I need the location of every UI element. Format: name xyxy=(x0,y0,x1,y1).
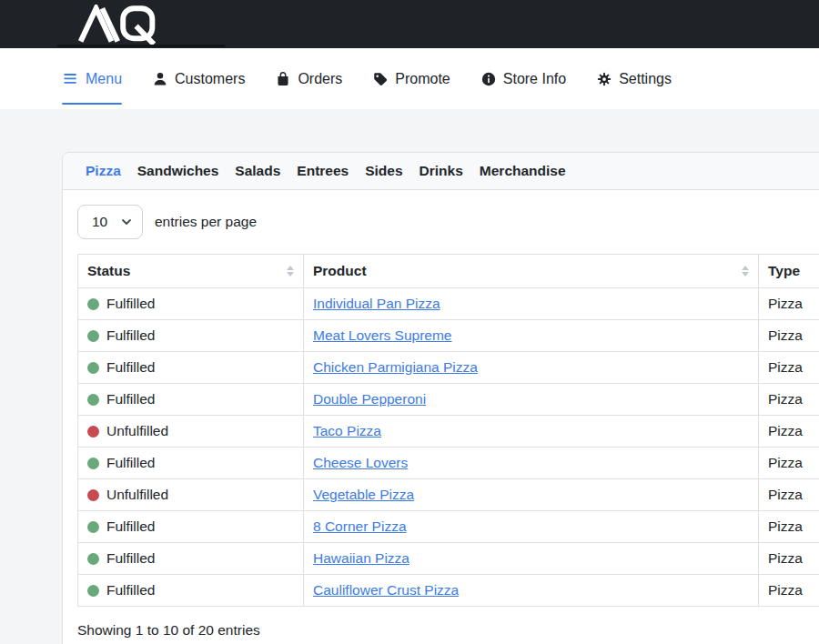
product-link[interactable]: Individual Pan Pizza xyxy=(313,296,440,311)
tab-sides[interactable]: Sides xyxy=(357,163,410,179)
nav-item-store-info[interactable]: Store Info xyxy=(480,48,566,109)
product-type: Pizza xyxy=(768,423,803,438)
table-row: Fulfilled 8 Corner Pizza Pizza xyxy=(78,511,819,543)
sort-arrows-icon xyxy=(742,266,749,277)
product-link[interactable]: Taco Pizza xyxy=(313,423,381,438)
status-label: Fulfilled xyxy=(106,359,155,376)
column-header-status[interactable]: Status xyxy=(78,255,304,288)
status-cell: Fulfilled xyxy=(78,511,304,543)
tab-sandwiches[interactable]: Sandwiches xyxy=(129,163,228,179)
nav-item-settings[interactable]: Settings xyxy=(596,48,672,109)
status-dot xyxy=(87,362,99,374)
tab-merchandise[interactable]: Merchandise xyxy=(471,163,574,179)
table-row: Fulfilled Individual Pan Pizza Pizza xyxy=(78,288,819,320)
table-header-row: Status Product Type xyxy=(78,255,819,288)
status-label: Fulfilled xyxy=(106,582,155,599)
product-link[interactable]: Double Pepperoni xyxy=(313,391,426,407)
type-cell: Pizza xyxy=(759,448,819,479)
entries-per-page-select[interactable]: 10 xyxy=(77,205,143,239)
brand-logo[interactable] xyxy=(62,5,171,45)
product-cell: Cheese Lovers xyxy=(304,448,759,479)
tab-pizza[interactable]: Pizza xyxy=(77,163,129,179)
nav-item-customers[interactable]: Customers xyxy=(152,48,245,109)
table-row: Fulfilled Hawaiian Pizza Pizza xyxy=(78,543,819,575)
nav-item-promote[interactable]: Promote xyxy=(372,48,450,109)
status-label: Fulfilled xyxy=(106,296,155,312)
nav-item-label: Orders xyxy=(298,71,342,87)
table-row: Fulfilled Cheese Lovers Pizza xyxy=(78,448,819,479)
product-cell: Meat Lovers Supreme xyxy=(304,320,759,352)
logo-underline xyxy=(57,45,225,47)
product-link[interactable]: Cauliflower Crust Pizza xyxy=(313,582,459,598)
entries-per-page-value: 10 xyxy=(92,214,107,230)
status-cell: Fulfilled xyxy=(78,288,304,320)
table-row: Fulfilled Double Pepperoni Pizza xyxy=(78,384,819,416)
type-cell: Pizza xyxy=(759,416,819,448)
tab-label: Drinks xyxy=(420,163,463,178)
table-row: Fulfilled Meat Lovers Supreme Pizza xyxy=(78,320,819,352)
aiq-logo-icon xyxy=(62,5,171,45)
product-link[interactable]: 8 Corner Pizza xyxy=(313,518,407,534)
status-dot xyxy=(87,585,99,597)
product-link[interactable]: Cheese Lovers xyxy=(313,455,408,470)
bag-icon xyxy=(275,71,291,87)
tab-label: Sides xyxy=(365,163,402,178)
column-header-label: Product xyxy=(313,263,367,278)
menu-card: PizzaSandwichesSaladsEntreesSidesDrinksM… xyxy=(62,152,819,644)
status-cell: Fulfilled xyxy=(78,352,304,384)
table-row: Unfulfilled Vegetable Pizza Pizza xyxy=(78,479,819,511)
nav-item-label: Store Info xyxy=(503,71,566,87)
tab-entrees[interactable]: Entrees xyxy=(288,163,357,179)
nav-item-label: Menu xyxy=(86,71,122,87)
info-icon xyxy=(480,71,497,87)
status-cell: Fulfilled xyxy=(78,320,304,352)
status-label: Fulfilled xyxy=(106,391,155,408)
status-cell: Fulfilled xyxy=(78,448,304,479)
nav-item-orders[interactable]: Orders xyxy=(275,48,342,109)
status-label: Fulfilled xyxy=(106,455,155,471)
product-type: Pizza xyxy=(768,391,803,407)
product-type: Pizza xyxy=(768,518,803,534)
status-dot xyxy=(87,553,99,565)
type-cell: Pizza xyxy=(759,384,819,416)
type-cell: Pizza xyxy=(759,352,819,384)
table-row: Fulfilled Chicken Parmigiana Pizza Pizza xyxy=(78,352,819,384)
main-nav: MenuCustomersOrdersPromoteStore InfoSett… xyxy=(0,48,819,109)
tab-drinks[interactable]: Drinks xyxy=(411,163,471,179)
tab-label: Entrees xyxy=(297,163,349,178)
product-cell: Hawaiian Pizza xyxy=(304,543,759,575)
nav-item-menu[interactable]: Menu xyxy=(62,48,122,109)
products-table: Status Product Type F xyxy=(77,254,819,607)
content-area: PizzaSandwichesSaladsEntreesSidesDrinksM… xyxy=(0,109,819,644)
product-type: Pizza xyxy=(768,359,803,375)
column-header-type[interactable]: Type xyxy=(759,255,819,288)
status-cell: Unfulfilled xyxy=(78,479,304,511)
type-cell: Pizza xyxy=(759,511,819,543)
nav-item-label: Promote xyxy=(395,71,450,87)
tab-salads[interactable]: Salads xyxy=(227,163,288,179)
status-dot xyxy=(87,489,99,501)
product-cell: Chicken Parmigiana Pizza xyxy=(304,352,759,384)
table-summary: Showing 1 to 10 of 20 entries xyxy=(77,622,819,639)
type-cell: Pizza xyxy=(759,288,819,320)
status-dot xyxy=(87,298,99,310)
product-type: Pizza xyxy=(768,550,803,566)
tab-label: Sandwiches xyxy=(137,163,219,178)
entries-per-page-row: 10 entries per page xyxy=(77,205,819,239)
product-link[interactable]: Hawaiian Pizza xyxy=(313,550,410,566)
product-link[interactable]: Meat Lovers Supreme xyxy=(313,327,452,343)
product-link[interactable]: Chicken Parmigiana Pizza xyxy=(313,359,478,375)
sort-arrows-icon xyxy=(287,266,294,277)
table-row: Unfulfilled Taco Pizza Pizza xyxy=(78,416,819,448)
status-label: Unfulfilled xyxy=(106,423,168,439)
tag-icon xyxy=(372,71,389,87)
status-dot xyxy=(87,394,99,406)
tab-label: Merchandise xyxy=(480,163,566,178)
product-link[interactable]: Vegetable Pizza xyxy=(313,487,414,502)
column-header-product[interactable]: Product xyxy=(304,255,759,288)
status-label: Fulfilled xyxy=(106,550,155,567)
top-header-bar xyxy=(0,0,819,48)
product-type: Pizza xyxy=(768,582,803,598)
product-cell: Individual Pan Pizza xyxy=(304,288,759,320)
column-header-label: Status xyxy=(87,263,130,278)
